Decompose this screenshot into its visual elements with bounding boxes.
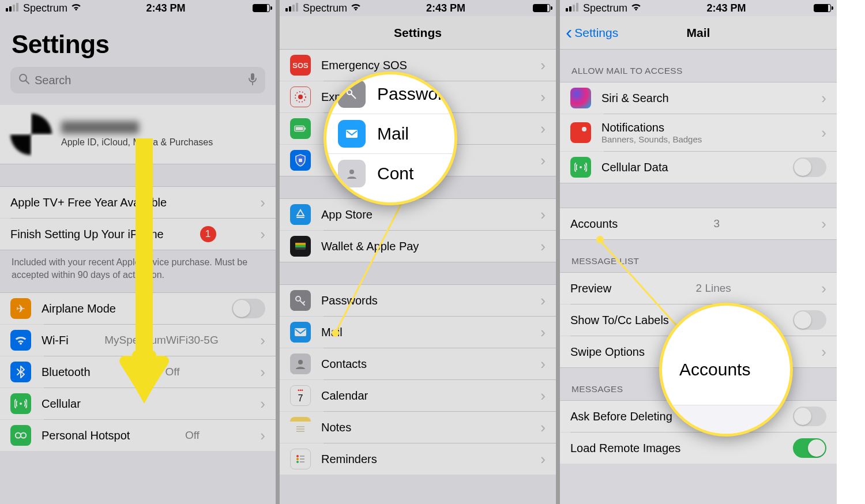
svg-rect-29	[346, 130, 358, 138]
hotspot-icon	[10, 425, 31, 446]
annotation-dot	[332, 329, 339, 337]
cell-label: Notifications	[601, 121, 702, 134]
back-label: Settings	[574, 26, 618, 40]
reminders-cell[interactable]: Reminders	[280, 443, 556, 475]
group-footer-note: Included with your recent Apple device p…	[0, 250, 276, 292]
search-input[interactable]	[35, 74, 243, 87]
svg-rect-2	[251, 73, 254, 80]
signal-icon	[6, 2, 20, 14]
annotation-dot	[596, 236, 604, 243]
status-bar: Spectrum 2:43 PM	[280, 0, 556, 16]
sos-icon: SOS	[290, 55, 311, 76]
signal-icon	[285, 2, 299, 14]
chevron-right-icon	[535, 355, 546, 373]
airplane-mode[interactable]: ✈ Airplane Mode	[0, 293, 276, 324]
hotspot-cell[interactable]: Personal Hotspot Off	[0, 420, 276, 451]
section-allow-access: ALLOW MAIL TO ACCESS	[560, 50, 837, 82]
mail-cell[interactable]: Mail	[280, 317, 556, 348]
search-field[interactable]	[10, 67, 265, 93]
nav-title: Settings	[394, 26, 442, 40]
cell-label: Preview	[570, 282, 611, 295]
chevron-right-icon	[254, 427, 265, 445]
wifi-icon	[631, 2, 641, 14]
cell-label: Emergency SOS	[321, 59, 407, 72]
cell-label: Cellular	[42, 397, 81, 411]
app-store-cell[interactable]: App Store	[280, 199, 556, 230]
cell-sublabel: Banners, Sounds, Badges	[601, 134, 702, 144]
cell-label: App Store	[321, 208, 373, 221]
chevron-right-icon	[535, 324, 546, 341]
cell-label: Finish Setting Up Your iPhone	[10, 228, 164, 241]
cell-label: Personal Hotspot	[42, 429, 130, 442]
screenshot-1-settings-root: Spectrum 2:43 PM Settings Apple ID, iClo…	[0, 0, 276, 504]
svg-rect-10	[296, 127, 303, 130]
hotspot-value: Off	[185, 429, 200, 442]
annotation-magnifier-accounts: Accounts	[659, 303, 793, 437]
svg-line-1	[26, 81, 29, 84]
chevron-right-icon	[535, 387, 546, 405]
contacts-cell[interactable]: Contacts	[280, 348, 556, 379]
svg-point-3	[20, 403, 22, 405]
cell-label: Load Remote Images	[570, 442, 680, 455]
load-remote-images-cell[interactable]: Load Remote Images	[560, 432, 837, 464]
nav-bar: Settings	[280, 16, 556, 50]
preview-cell[interactable]: Preview 2 Lines	[560, 273, 837, 304]
carrier-label: Spectrum	[303, 2, 347, 14]
siri-search-cell[interactable]: Siri & Search	[560, 82, 837, 114]
chevron-right-icon	[254, 395, 265, 413]
wifi-value: MySpectrumWiFi30-5G	[104, 334, 218, 347]
svg-point-0	[20, 74, 27, 81]
user-name-redacted	[61, 121, 139, 134]
apple-id-cell[interactable]: Apple ID, iCloud, Media & Purchases	[0, 105, 276, 164]
svg-point-30	[349, 170, 354, 174]
cellular-data-cell[interactable]: Cellular Data	[560, 152, 837, 183]
wifi-cell[interactable]: Wi-Fi MySpectrumWiFi30-5G	[0, 325, 276, 356]
finish-setup[interactable]: Finish Setting Up Your iPhone 1	[0, 219, 276, 250]
battery-icon	[814, 4, 831, 12]
chevron-right-icon	[535, 120, 546, 138]
wallet-cell[interactable]: Wallet & Apple Pay	[280, 231, 556, 262]
apple-tv-promo[interactable]: Apple TV+ Free Year Available	[0, 187, 276, 218]
bluetooth-cell[interactable]: Bluetooth Off	[0, 356, 276, 388]
avatar	[10, 114, 52, 155]
cellular-toggle[interactable]	[793, 157, 826, 177]
cell-label: Siri & Search	[601, 92, 669, 105]
svg-point-23	[296, 458, 299, 460]
notifications-cell[interactable]: Notifications Banners, Sounds, Badges	[560, 114, 837, 151]
chevron-right-icon	[254, 194, 265, 212]
mic-icon	[248, 73, 257, 88]
airplane-icon: ✈	[10, 298, 31, 319]
remote-images-toggle[interactable]	[793, 438, 826, 458]
cell-label: Cellular Data	[601, 161, 668, 174]
chevron-right-icon	[535, 88, 546, 106]
chevron-right-icon	[815, 124, 826, 142]
siri-icon	[570, 88, 591, 108]
passwords-cell[interactable]: Passwords	[280, 285, 556, 316]
airplane-toggle[interactable]	[232, 299, 265, 318]
notes-cell[interactable]: Notes	[280, 412, 556, 443]
status-bar: Spectrum 2:43 PM	[560, 0, 837, 16]
emergency-sos[interactable]: SOS Emergency SOS	[280, 50, 556, 81]
svg-point-28	[347, 90, 352, 95]
cellular-cell[interactable]: Cellular	[0, 388, 276, 419]
chevron-right-icon	[254, 363, 265, 381]
wallet-icon	[290, 236, 311, 257]
search-icon	[18, 73, 30, 88]
ask-delete-toggle[interactable]	[793, 407, 826, 426]
chevron-right-icon	[815, 215, 826, 233]
svg-point-33	[580, 166, 582, 168]
accounts-cell[interactable]: Accounts 3	[560, 208, 837, 239]
svg-rect-17	[295, 328, 306, 336]
svg-rect-15	[295, 245, 306, 247]
calendar-cell[interactable]: •••7 Calendar	[280, 380, 556, 411]
nav-title: Mail	[687, 26, 710, 40]
back-button[interactable]: Settings	[566, 26, 618, 40]
tocc-toggle[interactable]	[793, 310, 826, 330]
chevron-right-icon	[535, 292, 546, 310]
bluetooth-icon	[10, 362, 31, 382]
key-icon	[290, 290, 311, 311]
chevron-right-icon	[254, 225, 265, 243]
battery-icon	[253, 4, 270, 12]
cell-label: Ask Before Deleting	[570, 410, 672, 423]
chevron-right-icon	[535, 206, 546, 224]
